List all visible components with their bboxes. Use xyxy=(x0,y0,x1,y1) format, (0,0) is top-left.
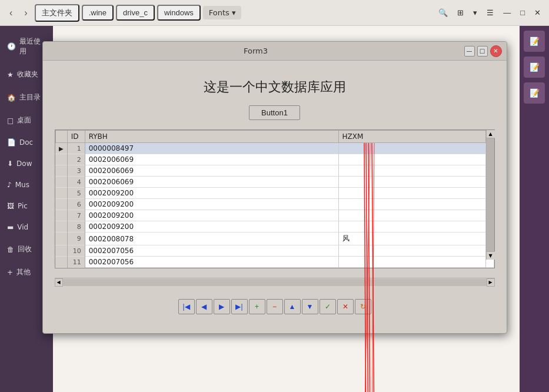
col-rybh[interactable]: RYBH xyxy=(85,131,338,143)
cell-id: 1 xyxy=(67,143,85,154)
dialog-close-btn[interactable]: ✕ xyxy=(490,45,502,57)
title-buttons: — □ ✕ xyxy=(464,45,502,57)
cell-id: 10 xyxy=(67,245,85,257)
button1[interactable]: Button1 xyxy=(249,105,300,120)
row-selector xyxy=(55,232,67,245)
cell-hzxm xyxy=(338,245,485,257)
cancel-btn[interactable]: ✕ xyxy=(337,299,354,314)
cell-rybh: 0002009200 xyxy=(85,188,338,199)
row-selector xyxy=(55,177,67,188)
save-btn[interactable]: ✓ xyxy=(320,299,336,314)
cell-rybh: 0002009200 xyxy=(85,199,338,210)
hscroll-left-btn[interactable]: ◀ xyxy=(55,278,63,287)
table-row[interactable]: 100002007056 xyxy=(55,245,494,257)
col-id[interactable]: ID xyxy=(67,131,85,143)
cell-hzxm xyxy=(338,154,485,165)
dialog-body: 这是一个中文数据库应用 Button1 ID RYBH HZXM xyxy=(43,61,507,333)
row-selector xyxy=(55,154,67,165)
table-row[interactable]: 50002009200 xyxy=(55,188,494,199)
cell-id: 11 xyxy=(67,257,85,268)
delete-record-btn[interactable]: − xyxy=(267,299,283,314)
row-selector xyxy=(55,245,67,257)
table-row[interactable]: 80002009200 xyxy=(55,221,494,232)
prev-record-btn[interactable]: ◀ xyxy=(196,299,212,314)
row-selector xyxy=(55,221,67,232)
move-down-btn[interactable]: ▼ xyxy=(302,299,318,314)
next-record-btn[interactable]: ▶ xyxy=(214,299,230,314)
row-selector xyxy=(55,199,67,210)
data-table: ID RYBH HZXM ▶10000008497200020060693000… xyxy=(55,130,494,268)
nav-controls: |◀◀▶▶|+−▲▼✓✕↻ xyxy=(178,299,371,314)
cell-hzxm: 风 xyxy=(338,232,485,245)
cell-rybh: 0002006069 xyxy=(85,165,338,177)
cell-rybh: 0002008078 xyxy=(85,232,338,245)
cell-rybh: 0002009200 xyxy=(85,210,338,221)
scroll-track xyxy=(487,138,494,251)
cell-rybh: 0000008497 xyxy=(85,143,338,154)
cell-hzxm xyxy=(338,165,485,177)
horizontal-scrollbar[interactable]: ◀ ▶ xyxy=(55,278,495,286)
cell-hzxm xyxy=(338,210,485,221)
cell-rybh: 0002006069 xyxy=(85,154,338,165)
cell-id: 7 xyxy=(67,210,85,221)
row-selector xyxy=(55,165,67,177)
table-row[interactable]: 30002006069 xyxy=(55,165,494,177)
dialog-heading: 这是一个中文数据库应用 xyxy=(204,78,346,96)
cell-hzxm xyxy=(338,199,485,210)
cell-rybh: 0002007056 xyxy=(85,245,338,257)
cell-hzxm xyxy=(338,257,485,268)
dialog-title: Form3 xyxy=(48,46,464,55)
cell-hzxm xyxy=(338,188,485,199)
col-hzxm[interactable]: HZXM xyxy=(338,131,485,143)
hscroll-right-btn[interactable]: ▶ xyxy=(487,278,495,287)
cell-hzxm xyxy=(338,143,485,154)
cell-id: 3 xyxy=(67,165,85,177)
col-selector xyxy=(55,131,67,143)
cell-rybh: 0002006069 xyxy=(85,177,338,188)
row-selector: ▶ xyxy=(55,143,67,154)
cell-rybh: 0002009200 xyxy=(85,221,338,232)
scroll-up-btn[interactable]: ▲ xyxy=(487,130,495,138)
table-row[interactable]: 110002007056 xyxy=(55,257,494,268)
hscroll-track xyxy=(63,279,487,286)
first-record-btn[interactable]: |◀ xyxy=(178,299,195,314)
cell-id: 5 xyxy=(67,188,85,199)
vertical-scrollbar[interactable]: ▲ ▼ xyxy=(486,130,494,260)
cell-id: 4 xyxy=(67,177,85,188)
scroll-down-btn[interactable]: ▼ xyxy=(487,251,495,260)
move-up-btn[interactable]: ▲ xyxy=(284,299,301,314)
add-record-btn[interactable]: + xyxy=(249,299,265,314)
cell-hzxm xyxy=(338,177,485,188)
table-row[interactable]: 20002006069 xyxy=(55,154,494,165)
last-record-btn[interactable]: ▶| xyxy=(231,299,248,314)
cell-id: 9 xyxy=(67,232,85,245)
dialog-maximize-btn[interactable]: □ xyxy=(477,46,488,57)
cell-rybh: 0002007056 xyxy=(85,257,338,268)
table-row[interactable]: 70002009200 xyxy=(55,210,494,221)
refresh-btn[interactable]: ↻ xyxy=(355,299,371,314)
dialog-titlebar: Form3 — □ ✕ xyxy=(43,42,507,61)
cell-id: 8 xyxy=(67,221,85,232)
table-row[interactable]: ▶10000008497 xyxy=(55,143,494,154)
row-selector xyxy=(55,188,67,199)
table-row[interactable]: 90002008078风 xyxy=(55,232,494,245)
dialog-overlay: Form3 — □ ✕ 这是一个中文数据库应用 Button1 ID RYBH xyxy=(0,0,549,392)
data-table-container: ID RYBH HZXM ▶10000008497200020060693000… xyxy=(55,129,495,268)
form3-dialog: Form3 — □ ✕ 这是一个中文数据库应用 Button1 ID RYBH xyxy=(42,41,507,334)
table-row[interactable]: 40002006069 xyxy=(55,177,494,188)
dialog-minimize-btn[interactable]: — xyxy=(464,46,475,57)
table-row[interactable]: 60002009200 xyxy=(55,199,494,210)
cell-hzxm xyxy=(338,221,485,232)
cell-id: 2 xyxy=(67,154,85,165)
row-selector xyxy=(55,210,67,221)
row-selector xyxy=(55,257,67,268)
cell-id: 6 xyxy=(67,199,85,210)
